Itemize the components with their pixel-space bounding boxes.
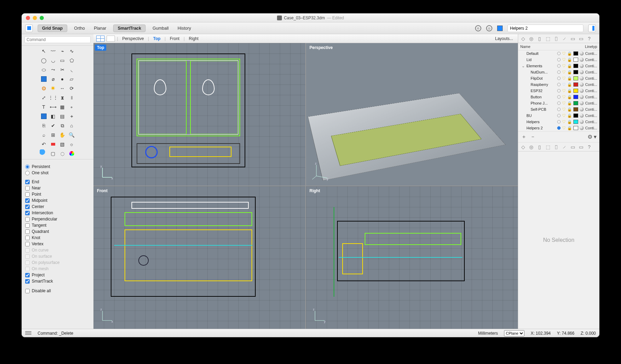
rotate-tool-icon[interactable]: ⟳ <box>68 84 76 92</box>
props-doc-icon[interactable]: ▯ <box>537 144 542 150</box>
maximize-window-button[interactable] <box>40 16 44 20</box>
osnap-mode-oneshot[interactable]: One shot <box>25 170 90 176</box>
filter-icon[interactable]: ◎ <box>486 25 492 31</box>
props-camera-icon[interactable]: ⌷ <box>553 144 559 150</box>
osnap-item-midpoint[interactable]: Midpoint <box>25 197 90 204</box>
osnap-disable-all[interactable]: Disable all <box>25 288 90 294</box>
layer-material-icon[interactable] <box>580 58 584 62</box>
props-light-icon[interactable]: ⟋ <box>562 144 567 150</box>
grid-snap-toggle[interactable]: Grid Snap <box>38 24 67 32</box>
osnap-item-knot[interactable]: Knot <box>25 235 90 241</box>
props-display2-icon[interactable]: ▭ <box>578 144 584 150</box>
zoom-tool-icon[interactable]: 🔍 <box>68 131 76 139</box>
hatch-tool-icon[interactable]: ▦ <box>58 103 67 111</box>
osnap-mode-persistent[interactable]: Persistent <box>25 164 90 170</box>
props-layers-icon[interactable]: ◇ <box>520 144 526 150</box>
grid-tool-icon[interactable]: ▤ <box>58 112 67 120</box>
layer-row[interactable]: Lid♡🔒Conti... <box>518 57 599 63</box>
layer-linetype[interactable]: Conti... <box>585 82 597 87</box>
layer-visibility-icon[interactable]: ♡ <box>562 76 566 81</box>
wireframe-tool-icon[interactable]: ▢ <box>49 149 57 158</box>
light-tool-icon[interactable]: ☼ <box>68 140 76 148</box>
command-input[interactable] <box>24 36 91 43</box>
layer-current-dot[interactable] <box>557 77 561 80</box>
rectangle-tool-icon[interactable]: ▭ <box>58 56 67 65</box>
layer-lock-icon[interactable]: 🔒 <box>567 120 572 124</box>
layer-color-swatch[interactable] <box>573 95 578 99</box>
osnap-item-near[interactable]: Near <box>25 185 90 191</box>
sweep-tool-icon[interactable]: ⤳ <box>49 66 57 74</box>
move-tool-icon[interactable]: ↔ <box>58 84 67 92</box>
layer-visibility-icon[interactable]: ♡ <box>562 119 566 124</box>
layer-color-swatch[interactable] <box>573 82 578 87</box>
layer-visibility-icon[interactable]: ♡ <box>562 113 566 118</box>
add-layer-button[interactable]: ＋ <box>521 134 526 140</box>
polygon-tool-icon[interactable]: ⬠ <box>68 56 76 65</box>
curve-tool-icon[interactable]: ∿ <box>68 47 76 55</box>
layer-visibility-icon[interactable]: ♡ <box>562 101 566 106</box>
section-tool-icon[interactable]: ▧ <box>58 140 67 148</box>
layer-linetype[interactable]: Conti... <box>585 89 597 93</box>
lasso-tool-icon[interactable]: 〰 <box>49 47 57 55</box>
record-history-icon[interactable]: ⊖ <box>475 25 481 31</box>
help-tab-icon[interactable]: ? <box>586 36 592 41</box>
layer-material-icon[interactable] <box>580 114 584 118</box>
props-display-icon[interactable]: ▭ <box>570 144 575 150</box>
camera-tab-icon[interactable]: ⌷ <box>553 36 559 41</box>
layer-lock-icon[interactable]: 🔒 <box>567 95 572 99</box>
layer-row[interactable]: FlipDot♡🔒Conti... <box>518 75 599 81</box>
layer-row[interactable]: Helpers♡🔒Conti... <box>518 119 599 125</box>
scale-tool-icon[interactable]: ⤢ <box>40 94 48 102</box>
osnap-item-intersection[interactable]: Intersection <box>25 210 90 216</box>
layer-current-dot[interactable] <box>557 120 561 124</box>
layer-row[interactable]: Default♡🔒Conti... <box>518 50 599 57</box>
layer-color-swatch[interactable] <box>573 120 578 124</box>
layer-lock-icon[interactable]: 🔒 <box>567 76 572 81</box>
surface-tool-icon[interactable]: ▱ <box>68 75 76 83</box>
fillet-tool-icon[interactable]: ◟ <box>68 66 76 74</box>
layer-material-icon[interactable] <box>580 107 584 111</box>
layer-linetype[interactable]: Conti... <box>585 101 597 105</box>
viewport-label-perspective[interactable]: Perspective <box>307 45 335 51</box>
check-tool-icon[interactable]: ✔ <box>49 121 57 130</box>
ellipse-tool-icon[interactable]: ⬭ <box>40 66 48 74</box>
current-layer-swatch-icon[interactable] <box>497 26 503 31</box>
layer-linetype[interactable]: Conti... <box>585 114 597 118</box>
props-help-icon[interactable]: ? <box>586 144 592 150</box>
layer-current-dot[interactable] <box>557 64 561 68</box>
layer-material-icon[interactable] <box>580 120 584 124</box>
layer-row[interactable]: Phone J...♡🔒Conti... <box>518 100 599 106</box>
osnap-item-center[interactable]: Center <box>25 204 90 210</box>
box-tab-icon[interactable]: ⬚ <box>545 36 551 41</box>
osnap-item-quadrant[interactable]: Quadrant <box>25 228 90 235</box>
layer-row[interactable]: BU♡🔒Conti... <box>518 112 599 119</box>
layer-color-swatch[interactable] <box>573 107 578 111</box>
render-tool-icon[interactable] <box>40 112 48 120</box>
undo-tool-icon[interactable]: ↶ <box>40 140 48 148</box>
layer-material-icon[interactable] <box>580 95 584 99</box>
history-toggle[interactable]: History <box>176 25 193 32</box>
layer-lock-icon[interactable]: 🔒 <box>567 51 572 56</box>
remove-layer-button[interactable]: － <box>530 134 535 140</box>
layouts-button[interactable]: Layouts... <box>493 36 515 41</box>
layer-lock-icon[interactable]: 🔒 <box>567 64 572 68</box>
layer-current-dot[interactable] <box>557 83 561 86</box>
open-tool-icon[interactable]: ⎘ <box>40 121 48 130</box>
layer-row[interactable]: NutDum...♡🔒Conti... <box>518 69 599 75</box>
dimension-tool-icon[interactable]: ⟷ <box>49 103 57 111</box>
layer-material-icon[interactable] <box>580 64 584 68</box>
osnap-item-point[interactable]: Point <box>25 191 90 197</box>
layer-linetype[interactable]: Conti... <box>585 95 597 99</box>
layer-current-dot[interactable] <box>557 58 561 61</box>
car-tool-icon[interactable] <box>49 140 57 148</box>
layer-visibility-icon[interactable]: ♡ <box>562 126 566 130</box>
ghosted-tool-icon[interactable]: ◌ <box>58 149 67 158</box>
settings-tool-icon[interactable]: ⚙ <box>40 84 48 92</box>
layer-row[interactable]: Button♡🔒Conti... <box>518 94 599 100</box>
layer-header-name[interactable]: Name <box>520 45 585 49</box>
layer-material-icon[interactable] <box>580 51 584 56</box>
pointer-tool-icon[interactable]: ↖ <box>40 47 48 55</box>
layer-linetype[interactable]: Conti... <box>585 126 597 130</box>
layer-visibility-icon[interactable]: ♡ <box>562 95 566 99</box>
gumball-toggle[interactable]: Gumball <box>150 25 171 32</box>
